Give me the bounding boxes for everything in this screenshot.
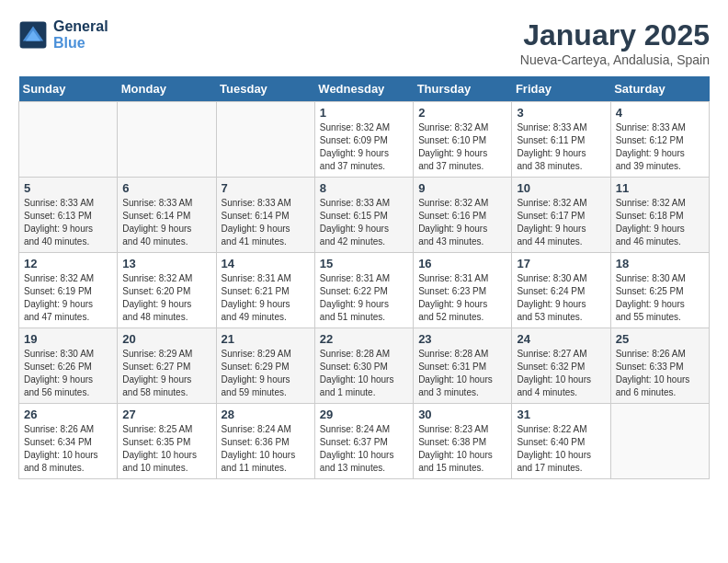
calendar-body: 1Sunrise: 8:32 AM Sunset: 6:09 PM Daylig… bbox=[19, 102, 710, 479]
day-of-week-header: Saturday bbox=[610, 76, 709, 102]
day-number: 13 bbox=[122, 257, 210, 270]
calendar-cell: 9Sunrise: 8:32 AM Sunset: 6:16 PM Daylig… bbox=[414, 178, 512, 253]
day-number: 24 bbox=[517, 332, 605, 346]
calendar-cell: 12Sunrise: 8:32 AM Sunset: 6:19 PM Dayli… bbox=[19, 253, 118, 328]
day-info: Sunrise: 8:23 AM Sunset: 6:38 PM Dayligh… bbox=[418, 423, 506, 475]
logo-icon bbox=[18, 20, 48, 50]
calendar-cell: 23Sunrise: 8:28 AM Sunset: 6:31 PM Dayli… bbox=[414, 328, 512, 404]
day-info: Sunrise: 8:33 AM Sunset: 6:13 PM Dayligh… bbox=[24, 197, 112, 248]
day-number: 21 bbox=[222, 332, 310, 346]
calendar-cell: 1Sunrise: 8:32 AM Sunset: 6:09 PM Daylig… bbox=[314, 102, 413, 178]
page-header: General Blue January 2025 Nueva-Carteya,… bbox=[18, 18, 710, 67]
day-number: 11 bbox=[616, 181, 704, 195]
day-number: 25 bbox=[616, 332, 704, 346]
day-number: 31 bbox=[517, 408, 605, 421]
calendar-cell: 30Sunrise: 8:23 AM Sunset: 6:38 PM Dayli… bbox=[414, 404, 512, 479]
calendar-cell: 26Sunrise: 8:26 AM Sunset: 6:34 PM Dayli… bbox=[19, 404, 118, 479]
day-number: 17 bbox=[517, 257, 605, 270]
day-number: 22 bbox=[320, 332, 408, 346]
day-info: Sunrise: 8:29 AM Sunset: 6:29 PM Dayligh… bbox=[222, 348, 310, 399]
day-info: Sunrise: 8:27 AM Sunset: 6:32 PM Dayligh… bbox=[517, 348, 605, 399]
day-of-week-header: Thursday bbox=[414, 76, 512, 102]
calendar-cell: 18Sunrise: 8:30 AM Sunset: 6:25 PM Dayli… bbox=[610, 253, 709, 328]
day-info: Sunrise: 8:32 AM Sunset: 6:17 PM Dayligh… bbox=[517, 197, 605, 248]
calendar-week-row: 26Sunrise: 8:26 AM Sunset: 6:34 PM Dayli… bbox=[19, 404, 710, 479]
calendar-cell: 8Sunrise: 8:33 AM Sunset: 6:15 PM Daylig… bbox=[314, 178, 413, 253]
calendar-week-row: 12Sunrise: 8:32 AM Sunset: 6:19 PM Dayli… bbox=[19, 253, 710, 328]
day-info: Sunrise: 8:30 AM Sunset: 6:26 PM Dayligh… bbox=[24, 348, 112, 399]
day-number: 29 bbox=[320, 408, 408, 421]
calendar-cell: 7Sunrise: 8:33 AM Sunset: 6:14 PM Daylig… bbox=[216, 178, 314, 253]
calendar-cell: 19Sunrise: 8:30 AM Sunset: 6:26 PM Dayli… bbox=[19, 328, 118, 404]
day-info: Sunrise: 8:30 AM Sunset: 6:24 PM Dayligh… bbox=[517, 272, 605, 324]
calendar-title: January 2025 bbox=[520, 18, 710, 52]
day-info: Sunrise: 8:33 AM Sunset: 6:12 PM Dayligh… bbox=[616, 121, 704, 173]
day-number: 27 bbox=[122, 408, 210, 421]
day-number: 14 bbox=[222, 257, 310, 270]
day-info: Sunrise: 8:24 AM Sunset: 6:37 PM Dayligh… bbox=[320, 423, 408, 475]
day-info: Sunrise: 8:29 AM Sunset: 6:27 PM Dayligh… bbox=[122, 348, 210, 399]
day-number: 2 bbox=[418, 106, 506, 120]
calendar-cell: 27Sunrise: 8:25 AM Sunset: 6:35 PM Dayli… bbox=[118, 404, 216, 479]
calendar-week-row: 5Sunrise: 8:33 AM Sunset: 6:13 PM Daylig… bbox=[19, 178, 710, 253]
calendar-subtitle: Nueva-Carteya, Andalusia, Spain bbox=[520, 52, 710, 67]
calendar-cell: 28Sunrise: 8:24 AM Sunset: 6:36 PM Dayli… bbox=[216, 404, 314, 479]
calendar-cell: 21Sunrise: 8:29 AM Sunset: 6:29 PM Dayli… bbox=[216, 328, 314, 404]
calendar-cell: 13Sunrise: 8:32 AM Sunset: 6:20 PM Dayli… bbox=[118, 253, 216, 328]
day-number: 18 bbox=[616, 257, 704, 270]
day-number: 20 bbox=[122, 332, 210, 346]
day-info: Sunrise: 8:26 AM Sunset: 6:33 PM Dayligh… bbox=[616, 348, 704, 399]
day-info: Sunrise: 8:32 AM Sunset: 6:19 PM Dayligh… bbox=[24, 272, 112, 324]
logo-text: General Blue bbox=[53, 18, 108, 52]
day-number: 1 bbox=[320, 106, 408, 120]
calendar-cell: 22Sunrise: 8:28 AM Sunset: 6:30 PM Dayli… bbox=[314, 328, 413, 404]
title-block: January 2025 Nueva-Carteya, Andalusia, S… bbox=[520, 18, 710, 67]
calendar-cell: 14Sunrise: 8:31 AM Sunset: 6:21 PM Dayli… bbox=[216, 253, 314, 328]
day-info: Sunrise: 8:28 AM Sunset: 6:31 PM Dayligh… bbox=[418, 348, 506, 399]
logo: General Blue bbox=[18, 18, 108, 52]
day-number: 10 bbox=[517, 181, 605, 195]
calendar-table: SundayMondayTuesdayWednesdayThursdayFrid… bbox=[18, 76, 710, 479]
day-of-week-header: Wednesday bbox=[314, 76, 413, 102]
day-info: Sunrise: 8:33 AM Sunset: 6:14 PM Dayligh… bbox=[222, 197, 310, 248]
day-number: 5 bbox=[24, 181, 112, 195]
day-number: 7 bbox=[222, 181, 310, 195]
calendar-cell: 10Sunrise: 8:32 AM Sunset: 6:17 PM Dayli… bbox=[512, 178, 610, 253]
day-number: 9 bbox=[418, 181, 506, 195]
calendar-cell bbox=[19, 102, 118, 178]
day-info: Sunrise: 8:31 AM Sunset: 6:23 PM Dayligh… bbox=[418, 272, 506, 324]
day-number: 30 bbox=[418, 408, 506, 421]
day-info: Sunrise: 8:32 AM Sunset: 6:18 PM Dayligh… bbox=[616, 197, 704, 248]
day-number: 19 bbox=[24, 332, 112, 346]
day-number: 28 bbox=[222, 408, 310, 421]
day-info: Sunrise: 8:33 AM Sunset: 6:14 PM Dayligh… bbox=[122, 197, 210, 248]
calendar-cell bbox=[118, 102, 216, 178]
day-number: 16 bbox=[418, 257, 506, 270]
calendar-cell: 29Sunrise: 8:24 AM Sunset: 6:37 PM Dayli… bbox=[314, 404, 413, 479]
day-info: Sunrise: 8:32 AM Sunset: 6:10 PM Dayligh… bbox=[418, 121, 506, 173]
day-of-week-header: Tuesday bbox=[216, 76, 314, 102]
calendar-cell: 24Sunrise: 8:27 AM Sunset: 6:32 PM Dayli… bbox=[512, 328, 610, 404]
calendar-cell bbox=[610, 404, 709, 479]
calendar-cell: 3Sunrise: 8:33 AM Sunset: 6:11 PM Daylig… bbox=[512, 102, 610, 178]
day-number: 4 bbox=[616, 106, 704, 120]
day-number: 12 bbox=[24, 257, 112, 270]
calendar-cell: 20Sunrise: 8:29 AM Sunset: 6:27 PM Dayli… bbox=[118, 328, 216, 404]
day-info: Sunrise: 8:33 AM Sunset: 6:11 PM Dayligh… bbox=[517, 121, 605, 173]
calendar-week-row: 19Sunrise: 8:30 AM Sunset: 6:26 PM Dayli… bbox=[19, 328, 710, 404]
day-number: 6 bbox=[122, 181, 210, 195]
day-number: 15 bbox=[320, 257, 408, 270]
day-info: Sunrise: 8:28 AM Sunset: 6:30 PM Dayligh… bbox=[320, 348, 408, 399]
calendar-header: SundayMondayTuesdayWednesdayThursdayFrid… bbox=[19, 76, 710, 102]
day-info: Sunrise: 8:24 AM Sunset: 6:36 PM Dayligh… bbox=[222, 423, 310, 475]
day-number: 8 bbox=[320, 181, 408, 195]
day-number: 26 bbox=[24, 408, 112, 421]
calendar-cell: 15Sunrise: 8:31 AM Sunset: 6:22 PM Dayli… bbox=[314, 253, 413, 328]
calendar-cell: 2Sunrise: 8:32 AM Sunset: 6:10 PM Daylig… bbox=[414, 102, 512, 178]
day-info: Sunrise: 8:31 AM Sunset: 6:21 PM Dayligh… bbox=[222, 272, 310, 324]
calendar-cell: 25Sunrise: 8:26 AM Sunset: 6:33 PM Dayli… bbox=[610, 328, 709, 404]
day-info: Sunrise: 8:31 AM Sunset: 6:22 PM Dayligh… bbox=[320, 272, 408, 324]
day-info: Sunrise: 8:30 AM Sunset: 6:25 PM Dayligh… bbox=[616, 272, 704, 324]
calendar-cell: 17Sunrise: 8:30 AM Sunset: 6:24 PM Dayli… bbox=[512, 253, 610, 328]
day-info: Sunrise: 8:25 AM Sunset: 6:35 PM Dayligh… bbox=[122, 423, 210, 475]
